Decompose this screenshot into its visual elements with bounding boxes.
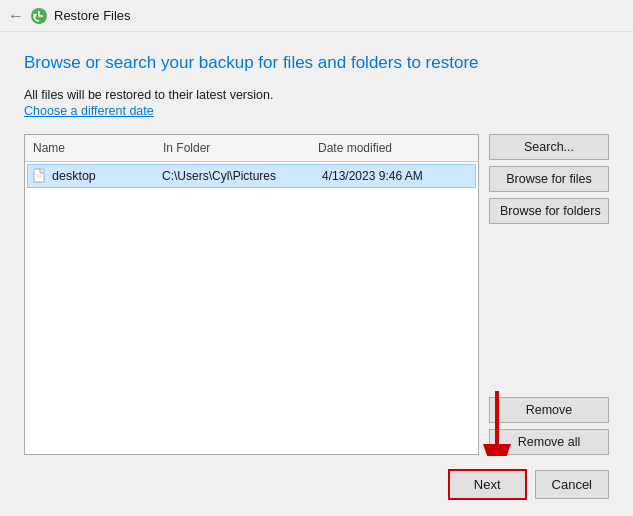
back-button[interactable]: ← (8, 7, 24, 25)
file-list-header: Name In Folder Date modified (25, 135, 478, 162)
file-folder: C:\Users\Cyl\Pictures (162, 169, 322, 183)
svg-rect-2 (34, 169, 44, 182)
browse-files-button[interactable]: Browse for files (489, 166, 609, 192)
cancel-button[interactable]: Cancel (535, 470, 609, 499)
browse-folders-button[interactable]: Browse for folders (489, 198, 609, 224)
file-date: 4/13/2023 9:46 AM (322, 169, 475, 183)
file-list-body: desktop C:\Users\Cyl\Pictures 4/13/2023 … (25, 162, 478, 454)
choose-date-link[interactable]: Choose a different date (24, 104, 609, 118)
title-bar: ← Restore Files (0, 0, 633, 32)
col-date-header: Date modified (310, 139, 478, 157)
window-title: Restore Files (54, 8, 131, 23)
remove-button[interactable]: Remove (489, 397, 609, 423)
main-area: Name In Folder Date modified desktop C:\… (24, 134, 609, 455)
next-button[interactable]: Next (448, 469, 527, 500)
side-buttons: Search... Browse for files Browse for fo… (489, 134, 609, 455)
table-row[interactable]: desktop C:\Users\Cyl\Pictures 4/13/2023 … (27, 164, 476, 188)
sub-info-text: All files will be restored to their late… (24, 88, 609, 102)
bottom-area: Next Cancel (24, 469, 609, 500)
file-name: desktop (52, 169, 162, 183)
col-name-header: Name (25, 139, 155, 157)
window-icon (30, 7, 48, 25)
col-folder-header: In Folder (155, 139, 310, 157)
main-content: Browse or search your backup for files a… (0, 32, 633, 516)
search-button[interactable]: Search... (489, 134, 609, 160)
side-spacer (489, 230, 609, 391)
file-icon (32, 168, 48, 184)
page-heading: Browse or search your backup for files a… (24, 52, 609, 74)
remove-all-button[interactable]: Remove all (489, 429, 609, 455)
file-list-container: Name In Folder Date modified desktop C:\… (24, 134, 479, 455)
